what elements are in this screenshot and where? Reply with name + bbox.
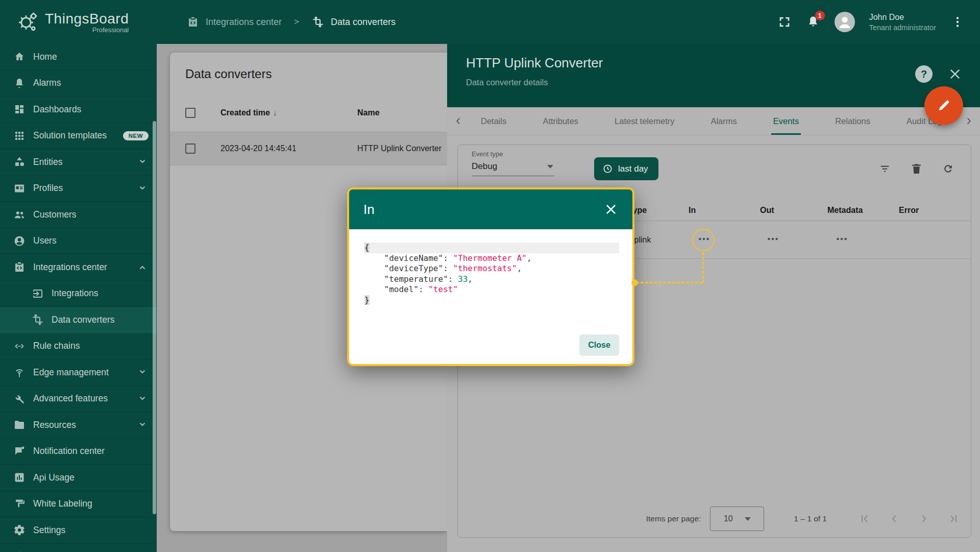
delete-trash-icon[interactable] xyxy=(910,162,923,175)
breadcrumb-data-converters[interactable]: Data converters xyxy=(311,15,396,29)
previous-page-icon[interactable] xyxy=(888,513,900,525)
edit-fab-button[interactable] xyxy=(924,86,963,125)
code-line: } xyxy=(364,295,619,306)
table-row[interactable]: 2023-04-20 14:45:41 HTTP Uplink Converte… xyxy=(170,132,447,165)
chevron-down-icon xyxy=(136,393,149,405)
refresh-icon[interactable] xyxy=(942,162,954,175)
sidebar-item-dashboards[interactable]: Dashboards xyxy=(0,97,157,123)
first-page-icon[interactable] xyxy=(859,513,871,525)
sidebar-item-notification-center[interactable]: Notification center xyxy=(0,439,157,465)
filter-icon[interactable] xyxy=(878,162,891,175)
next-page-icon[interactable] xyxy=(918,513,930,525)
chevron-down-icon xyxy=(547,165,553,169)
tab-latest-telemetry[interactable]: Latest telemetry xyxy=(612,107,676,135)
sidebar-item-resources[interactable]: Resources xyxy=(0,412,157,439)
in-content-dialog: In { "deviceName": "Thermometer A", "dev… xyxy=(347,187,634,366)
events-pagination: Items per page: 10 1 – 1 of 1 xyxy=(458,506,971,532)
sidebar-item-integrations[interactable]: Integrations xyxy=(0,281,157,307)
sidebar-item-users[interactable]: Users xyxy=(0,228,157,255)
events-column-error: Error xyxy=(899,206,919,215)
close-dialog-icon[interactable] xyxy=(604,202,618,217)
logo[interactable]: ThingsBoard Professional xyxy=(0,0,157,44)
sidebar-item-white-labeling[interactable]: White Labeling xyxy=(0,491,157,518)
dialog-footer: Close xyxy=(579,334,619,356)
items-per-page-select[interactable]: 10 xyxy=(710,507,764,531)
sidebar-item-alarms[interactable]: Alarms xyxy=(0,70,157,97)
clock-icon xyxy=(602,163,613,174)
tab-relations[interactable]: Relations xyxy=(833,107,872,135)
sidebar-item-home[interactable]: Home xyxy=(0,44,157,70)
edge-antenna-icon xyxy=(13,366,26,378)
tab-details[interactable]: Details xyxy=(479,107,508,135)
chevron-up-icon xyxy=(136,261,149,273)
card-title: Data converters xyxy=(185,67,272,81)
sidebar-item-settings[interactable]: Settings xyxy=(0,517,157,544)
sidebar-item-edge-management[interactable]: Edge management xyxy=(0,359,157,386)
sidebar-item-label: Settings xyxy=(33,525,65,536)
sidebar-item-solution-templates[interactable]: Solution templatesNEW xyxy=(0,123,157,150)
avatar[interactable] xyxy=(835,12,855,32)
sidebar-item-label: Entities xyxy=(33,157,62,167)
column-name[interactable]: Name xyxy=(357,108,380,117)
sidebar-item-entities[interactable]: Entities xyxy=(0,149,157,176)
apps-grid-icon xyxy=(13,130,26,142)
tabs: DetailsAttributesLatest telemetryAlarmsE… xyxy=(470,107,958,135)
sidebar-item-label: Solution templates xyxy=(33,130,107,141)
user-role: Tenant administrator xyxy=(869,23,936,32)
help-icon[interactable]: ? xyxy=(915,65,933,83)
chart-box-icon xyxy=(13,471,26,484)
row-checkbox[interactable] xyxy=(185,143,195,154)
pager xyxy=(859,513,960,525)
tabs-bar: DetailsAttributesLatest telemetryAlarmsE… xyxy=(447,107,980,135)
sidebar-item-label: Dashboards xyxy=(33,104,81,115)
user-block[interactable]: John Doe Tenant administrator xyxy=(869,13,936,32)
metadata-content-button[interactable] xyxy=(829,231,854,249)
sidebar-scrollbar[interactable] xyxy=(153,121,156,514)
tabs-scroll-left-icon[interactable] xyxy=(447,107,470,135)
tab-alarms[interactable]: Alarms xyxy=(708,107,739,135)
out-content-button[interactable] xyxy=(761,231,785,249)
select-all-checkbox[interactable] xyxy=(185,108,195,118)
topbar: Integrations center > Data converters 1 … xyxy=(157,0,980,44)
fullscreen-icon[interactable] xyxy=(777,15,792,29)
code-line: "temperature": 33, xyxy=(364,274,619,285)
sidebar-item-profiles[interactable]: Profiles xyxy=(0,176,157,202)
sidebar-item-security[interactable]: Security xyxy=(0,544,157,552)
tab-attributes[interactable]: Attributes xyxy=(541,107,580,135)
last-page-icon[interactable] xyxy=(947,513,960,525)
breadcrumb-integrations-center[interactable]: Integrations center xyxy=(186,15,282,29)
items-per-page-value: 10 xyxy=(724,514,733,523)
chevron-down-icon xyxy=(136,366,149,378)
sidebar-item-rule-chains[interactable]: Rule chains xyxy=(0,333,157,360)
dashboards-icon xyxy=(13,103,26,115)
chevron-down-icon xyxy=(745,517,751,521)
kebab-menu-icon[interactable] xyxy=(950,15,965,29)
sort-desc-icon: ↓ xyxy=(273,108,277,117)
event-type-select[interactable]: Event type Debug xyxy=(472,150,554,176)
sidebar-item-integrations-center[interactable]: Integrations center xyxy=(0,254,157,281)
sidebar-nav: HomeAlarmsDashboardsSolution templatesNE… xyxy=(0,44,157,552)
rule-chains-icon xyxy=(13,340,26,352)
close-button[interactable]: Close xyxy=(579,334,619,356)
notifications-bell-icon[interactable]: 1 xyxy=(806,15,820,29)
sidebar-item-data-converters[interactable]: Data converters xyxy=(0,307,157,333)
close-panel-icon[interactable] xyxy=(948,67,962,81)
notification-badge: 1 xyxy=(815,11,825,20)
time-window-button[interactable]: last day xyxy=(594,157,658,180)
sidebar-item-label: Customers xyxy=(33,209,77,220)
tab-events[interactable]: Events xyxy=(771,107,801,135)
sidebar-item-customers[interactable]: Customers xyxy=(0,202,157,228)
details-title: HTTP Uplink Converter xyxy=(466,55,603,71)
events-toolbar-icons xyxy=(878,162,954,175)
column-created-time[interactable]: Created time↓ xyxy=(220,108,277,117)
table-header-row: Created time↓ Name xyxy=(170,100,447,126)
event-type-value: Debug xyxy=(472,161,497,172)
pencil-icon xyxy=(936,98,952,114)
cell-created-time: 2023-04-20 14:45:41 xyxy=(220,144,297,153)
sidebar: ThingsBoard Professional HomeAlarmsDashb… xyxy=(0,0,157,552)
connector-line-vertical xyxy=(702,252,704,283)
sidebar-item-advanced-features[interactable]: Advanced features xyxy=(0,386,157,413)
sidebar-item-api-usage[interactable]: Api Usage xyxy=(0,465,157,491)
sidebar-item-label: Alarms xyxy=(33,78,61,88)
pagination-range: 1 – 1 of 1 xyxy=(794,514,827,523)
